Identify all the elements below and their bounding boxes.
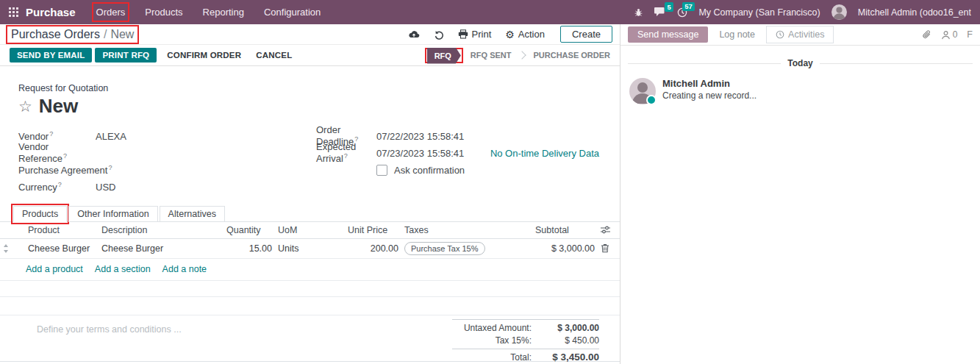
debug-bug-icon[interactable] — [634, 7, 643, 18]
cell-uom[interactable]: Units — [275, 238, 345, 258]
menu-orders[interactable]: Orders — [96, 7, 126, 18]
breadcrumb: Purchase Orders/New — [9, 28, 136, 41]
col-uom[interactable]: UoM — [275, 222, 345, 239]
cancel-button[interactable]: CANCEL — [248, 48, 299, 63]
ask-confirmation-label: Ask confirmation — [394, 165, 465, 176]
chatter-toolbar: Send message Log note Activities 0 F — [620, 24, 980, 46]
breadcrumb-parent[interactable]: Purchase Orders — [11, 28, 100, 40]
activities-button[interactable]: Activities — [766, 26, 834, 43]
vendor-label: Vendor? — [18, 130, 96, 142]
send-by-email-button[interactable]: SEND BY EMAIL — [10, 48, 92, 63]
cell-quantity[interactable]: 15.00 — [223, 238, 275, 258]
top-navbar: Purchase Orders Products Reporting Confi… — [0, 0, 980, 24]
breadcrumb-current: New — [110, 28, 134, 40]
apps-grid-icon[interactable] — [9, 7, 18, 17]
delete-line-trash-icon[interactable] — [598, 238, 620, 258]
col-taxes[interactable]: Taxes — [401, 222, 532, 239]
col-product[interactable]: Product — [25, 222, 99, 239]
status-step-rfq-sent[interactable]: RFQ SENT — [471, 51, 512, 60]
cell-description[interactable]: Cheese Burger — [99, 238, 223, 258]
status-step-rfq-annotation: RFQ — [427, 50, 461, 61]
confirm-order-button[interactable]: CONFIRM ORDER — [160, 48, 248, 63]
online-status-dot — [646, 95, 657, 105]
line-add-links: Add a product Add a section Add a note — [0, 259, 620, 281]
table-row[interactable]: Cheese Burger Cheese Burger 15.00 Units … — [0, 238, 620, 258]
cell-subtotal: $ 3,000.00 — [532, 238, 598, 258]
follower-count: 0 — [953, 29, 958, 40]
untaxed-amount-value: $ 3,000.00 — [532, 323, 599, 333]
date-divider-label: Today — [787, 58, 812, 68]
user-avatar[interactable] — [831, 4, 847, 20]
drag-handle-icon[interactable] — [0, 238, 25, 258]
on-time-delivery-text: No On-time Delivery Data — [490, 148, 599, 159]
totals-block: Untaxed Amount: $ 3,000.00 Tax 15%: $ 45… — [452, 319, 599, 364]
systray: 5 57 My Company (San Francisco) Mitchell… — [634, 4, 971, 20]
tab-other-information[interactable]: Other Information — [68, 206, 157, 222]
col-unit-price[interactable]: Unit Price — [345, 222, 401, 239]
activity-clock-icon[interactable]: 57 — [677, 7, 687, 18]
table-header-row: Product Description Quantity UoM Unit Pr… — [0, 222, 620, 239]
cell-product[interactable]: Cheese Burger — [25, 238, 99, 258]
person-icon — [941, 30, 951, 40]
tax-tag[interactable]: Purchase Tax 15% — [404, 242, 485, 255]
company-switcher[interactable]: My Company (San Francisco) — [698, 7, 820, 18]
user-menu[interactable]: Mitchell Admin (odoo16_ent — [858, 7, 971, 18]
doc-type-label: Request for Quotation — [18, 83, 620, 93]
purchase-agreement-label: Purchase Agreement? — [18, 164, 114, 176]
discard-undo-icon[interactable] — [434, 29, 444, 40]
expected-arrival-label: Expected Arrival? — [316, 141, 376, 164]
attachment-paperclip-icon[interactable] — [922, 29, 931, 40]
total-label: Total: — [452, 352, 532, 363]
menu-reporting[interactable]: Reporting — [203, 7, 244, 18]
print-menu[interactable]: Print — [458, 29, 492, 40]
menu-products[interactable]: Products — [145, 7, 182, 18]
statusbar: SEND BY EMAIL PRINT RFQ CONFIRM ORDER CA… — [0, 45, 620, 66]
add-a-section-link[interactable]: Add a section — [95, 264, 151, 274]
status-step-purchase-order[interactable]: PURCHASE ORDER — [533, 51, 610, 60]
message-body: Creating a new record... — [662, 90, 757, 101]
date-divider: Today — [628, 58, 973, 68]
cell-unit-price[interactable]: 200.00 — [345, 238, 401, 258]
tab-alternatives[interactable]: Alternatives — [160, 206, 225, 222]
add-a-note-link[interactable]: Add a note — [162, 264, 207, 274]
message-avatar[interactable] — [629, 78, 656, 104]
form-sheet: Request for Quotation ☆ New Vendor? ALEX… — [0, 66, 620, 364]
currency-field[interactable]: USD — [96, 182, 140, 193]
terms-placeholder[interactable]: Define your terms and conditions ... — [37, 324, 182, 335]
col-quantity[interactable]: Quantity — [223, 222, 275, 239]
activities-label: Activities — [788, 29, 824, 40]
col-description[interactable]: Description — [99, 222, 223, 239]
app-name[interactable]: Purchase — [26, 6, 76, 18]
optional-columns-icon[interactable] — [598, 222, 620, 239]
send-message-button[interactable]: Send message — [628, 26, 708, 43]
status-step-rfq[interactable]: RFQ — [427, 48, 461, 64]
action-menu[interactable]: ⚙ Action — [505, 29, 545, 40]
followers-button[interactable]: 0 — [941, 29, 958, 40]
chatter-message: Mitchell Admin Creating a new record... — [629, 78, 971, 104]
message-author[interactable]: Mitchell Admin — [662, 78, 757, 89]
tax-value: $ 450.00 — [532, 335, 599, 346]
cell-taxes[interactable]: Purchase Tax 15% — [401, 238, 532, 258]
form-view: Purchase Orders/New Print ⚙ Action — [0, 24, 620, 364]
tab-products[interactable]: Products — [13, 206, 67, 222]
log-note-button[interactable]: Log note — [719, 29, 755, 40]
print-rfq-button[interactable]: PRINT RFQ — [95, 48, 157, 63]
save-cloud-icon[interactable] — [408, 30, 420, 39]
vendor-field[interactable]: ALEXA — [96, 131, 140, 142]
menu-configuration[interactable]: Configuration — [264, 7, 321, 18]
record-title[interactable]: New — [39, 96, 78, 117]
ask-confirmation-checkbox[interactable] — [376, 165, 387, 176]
create-button[interactable]: Create — [560, 26, 612, 43]
add-a-product-link[interactable]: Add a product — [26, 264, 83, 274]
status-steps: RFQ RFQ SENT PURCHASE ORDER — [427, 50, 614, 61]
order-deadline-field[interactable]: 07/22/2023 15:58:41 — [376, 131, 464, 142]
activity-badge: 57 — [682, 2, 695, 12]
currency-label: Currency? — [18, 181, 96, 193]
follow-button[interactable]: F — [967, 29, 973, 40]
favorite-star-icon[interactable]: ☆ — [18, 99, 32, 114]
action-label: Action — [518, 29, 545, 40]
messages-icon[interactable]: 5 — [654, 7, 666, 17]
col-subtotal[interactable]: Subtotal — [532, 222, 598, 239]
expected-arrival-field[interactable]: 07/23/2023 15:58:41 — [376, 148, 464, 159]
tax-label: Tax 15%: — [452, 335, 532, 346]
